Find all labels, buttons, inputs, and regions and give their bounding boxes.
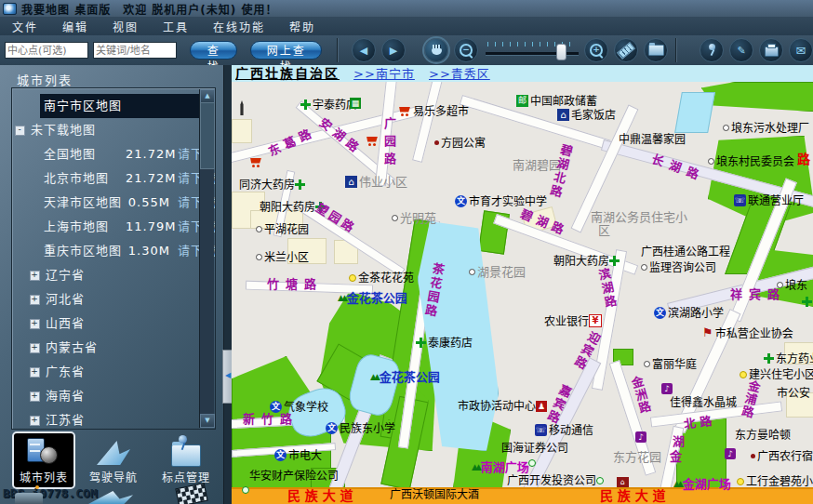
marker-manager-button[interactable]: 标点管理: [156, 433, 216, 487]
building-block: [232, 119, 252, 143]
bank-icon: [589, 314, 602, 327]
menu-view[interactable]: 视图: [100, 19, 151, 34]
menu-tools[interactable]: 工具: [151, 19, 201, 34]
map-label: 民族东小学: [326, 422, 395, 436]
marker-button[interactable]: [700, 38, 724, 62]
edit-note-button[interactable]: ✎: [729, 38, 753, 62]
slider-thumb[interactable]: [556, 44, 566, 60]
marker-folder-icon: [171, 444, 201, 467]
search-button[interactable]: 查找: [190, 41, 237, 60]
map-label: 宇泰药店: [300, 99, 357, 112]
tree-item-label: 江苏省: [46, 408, 127, 430]
map-label: 伟业小区: [345, 176, 407, 190]
map-label: 南湖公务员住宅小: [591, 211, 687, 224]
tree-item[interactable]: 北京市地图21.72M请下载: [12, 166, 199, 191]
expand-icon[interactable]: +: [30, 367, 40, 378]
dotw-icon: [641, 264, 647, 271]
open-button[interactable]: [644, 38, 668, 62]
scroll-up-icon[interactable]: ▲: [200, 89, 215, 103]
cart-icon: [367, 137, 379, 146]
expand-icon[interactable]: +: [30, 416, 40, 426]
drive-navigation-button[interactable]: 驾驶导航: [84, 433, 143, 487]
pencil-icon: ✎: [737, 46, 745, 56]
tree-item-label: 北京市地图: [44, 166, 126, 191]
cart-icon: [250, 158, 262, 167]
tree-scrollbar[interactable]: ▲ ▼: [199, 89, 214, 428]
expand-icon[interactable]: +: [30, 271, 40, 281]
tree-item-label: 河北省: [46, 287, 127, 312]
dotr-icon: [434, 140, 439, 145]
tree-item[interactable]: +广东省: [12, 360, 199, 384]
cross-icon: [300, 99, 311, 110]
map-label: 市育才实验中学: [455, 195, 547, 209]
phone-icon: [734, 194, 746, 206]
map-label: 华安财产保险公司: [249, 470, 339, 483]
pan-tool-button[interactable]: [424, 38, 448, 62]
tree-item[interactable]: +海南省: [12, 384, 199, 408]
tree-item[interactable]: +江苏省: [12, 408, 199, 430]
dotg-icon: [242, 486, 249, 494]
mail-button[interactable]: ✉: [789, 38, 813, 62]
window-title: 我要地图 桌面版 欢迎 脱机用户(未知) 使用！: [21, 1, 278, 17]
tree-item[interactable]: +辽宁省: [12, 263, 199, 287]
tree-item-label: 山西省: [46, 312, 127, 336]
toolbar-separator: [675, 38, 677, 62]
map-label: 监理咨询公司: [641, 261, 716, 274]
tree-item[interactable]: 南宁市区地图: [12, 94, 199, 118]
map-poi: [635, 431, 648, 444]
city-tree-panel: 南宁市区地图-未下载地图全国地图21.72M请下载北京市地图21.72M请下载天…: [11, 87, 216, 430]
map-label: 金茶花花苑: [349, 272, 414, 285]
tree-icon: [472, 460, 479, 473]
zoom-out-button[interactable]: −: [454, 38, 478, 62]
tree-icon: [673, 477, 681, 490]
map-label: 广园路: [382, 117, 395, 170]
web-search-button[interactable]: 网上查找: [250, 41, 322, 60]
scroll-down-icon[interactable]: ▼: [200, 414, 215, 428]
toolbar: 查找 网上查找 ◀ ▶ − + ✎ ✉: [0, 35, 813, 66]
menu-file[interactable]: 文件: [0, 19, 50, 34]
tree-item[interactable]: +河北省: [12, 287, 199, 312]
map-label: 佳得鑫水晶城: [670, 396, 737, 409]
tree-item[interactable]: 天津市区地图0.55M请下载: [12, 191, 199, 215]
scrollbar-thumb[interactable]: [200, 102, 215, 169]
back-button[interactable]: ◀: [352, 38, 376, 62]
forward-button[interactable]: ▶: [381, 38, 406, 62]
tree-item[interactable]: +山西省: [12, 312, 199, 336]
expand-icon[interactable]: +: [30, 391, 40, 402]
tree-item[interactable]: 重庆市区地图1.30M请下载: [12, 239, 199, 263]
menu-online[interactable]: 在线功能: [201, 19, 277, 34]
tree-item[interactable]: -未下载地图: [12, 118, 199, 142]
keyword-input[interactable]: [93, 42, 177, 59]
expand-icon[interactable]: +: [30, 343, 40, 353]
phone-icon: [535, 424, 547, 436]
breadcrumb-city[interactable]: >>南宁市: [353, 67, 415, 81]
tree-item[interactable]: +内蒙古省: [12, 336, 199, 360]
menu-edit[interactable]: 编辑: [50, 19, 100, 34]
map-label: 湖景花园: [469, 266, 526, 279]
breadcrumb-district[interactable]: >>青秀区: [429, 67, 490, 81]
print-button[interactable]: [759, 38, 783, 62]
expand-icon[interactable]: +: [30, 319, 40, 329]
map-label: 泰康药店: [416, 337, 473, 350]
menu-help[interactable]: 帮助: [277, 19, 327, 34]
breadcrumb-province[interactable]: 广西壮族自治区: [235, 66, 340, 81]
map-label: 新竹路: [243, 413, 299, 426]
tree-item[interactable]: 全国地图21.72M请下载: [12, 142, 199, 166]
zoom-in-button[interactable]: +: [584, 38, 608, 62]
tree-item[interactable]: 上海市地图11.79M请下载: [12, 215, 199, 239]
map-size: 11.79M: [126, 215, 170, 239]
expand-icon[interactable]: +: [30, 295, 40, 305]
tree-item-label: 内蒙古省: [46, 336, 127, 360]
center-point-input[interactable]: [5, 42, 88, 59]
sidebar: 城市列表 南宁市区地图-未下载地图全国地图21.72M请下载北京市地图21.72…: [0, 65, 224, 504]
map-canvas[interactable]: 宇泰药店易乐多超市同济大药房朝阳大药房伟业小区光明苑中国邮政储蓄毛家饭店方园公寓…: [232, 82, 813, 504]
measure-button[interactable]: [614, 38, 638, 62]
collapse-icon[interactable]: -: [15, 126, 25, 136]
tree-icon: [338, 291, 345, 304]
marker-manager-label: 标点管理: [156, 469, 216, 484]
map-label: 埌东污水处理厂: [723, 122, 809, 135]
map-label: 区: [598, 224, 610, 237]
tree-item-label: 辽宁省: [46, 263, 127, 287]
zoom-slider[interactable]: [486, 40, 579, 60]
city-list-button[interactable]: 城市列表: [12, 431, 75, 489]
